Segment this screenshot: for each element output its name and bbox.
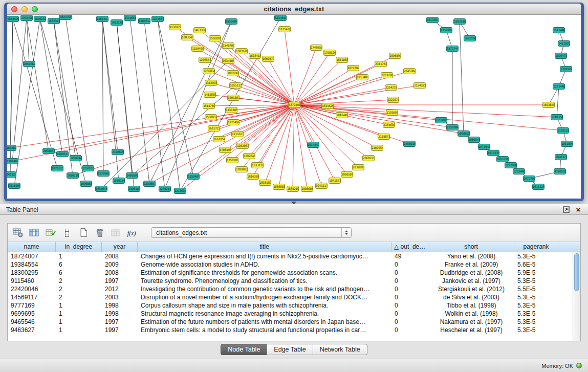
graph-node[interactable]: 16316264 bbox=[321, 103, 334, 109]
graph-node[interactable]: 16131286 bbox=[532, 184, 545, 190]
graph-node[interactable]: 18852197 bbox=[287, 186, 299, 192]
network-canvas[interactable]: 1872400791369771083541211504990120657461… bbox=[7, 15, 581, 199]
graph-node[interactable]: 19715710 bbox=[329, 178, 341, 184]
graph-node[interactable]: 21507842 bbox=[446, 124, 459, 130]
table-row[interactable]: 911546021997Tourette syndrome. Phenomeno… bbox=[8, 277, 573, 285]
graph-node[interactable]: 18163388 bbox=[247, 173, 259, 180]
row-height-icon[interactable] bbox=[61, 227, 73, 238]
graph-node[interactable]: 22832961 bbox=[381, 72, 393, 78]
graph-node[interactable]: 22108809 bbox=[435, 117, 447, 123]
graph-node[interactable]: 18133046 bbox=[426, 17, 439, 23]
graph-node[interactable]: 10411298 bbox=[7, 171, 16, 178]
graph-node[interactable]: 15467009 bbox=[222, 42, 234, 49]
graph-node[interactable]: 18517190 bbox=[496, 156, 509, 162]
graph-node[interactable]: 20453842 bbox=[403, 68, 416, 74]
graph-node[interactable]: 13904718 bbox=[555, 53, 567, 59]
graph-node[interactable]: 16402321 bbox=[34, 16, 46, 22]
graph-node[interactable]: 17486508 bbox=[310, 45, 322, 51]
graph-node[interactable]: 10835412 bbox=[181, 34, 193, 40]
table-source-dropdown[interactable]: citations_edges.txt bbox=[151, 227, 352, 238]
graph-node[interactable]: 22542183 bbox=[385, 84, 397, 91]
graph-node[interactable]: 11254309 bbox=[278, 26, 291, 32]
column-header[interactable]: title bbox=[138, 242, 391, 252]
graph-node[interactable]: 21079545 bbox=[371, 145, 383, 151]
graph-node[interactable]: 11311062 bbox=[225, 107, 237, 113]
graph-node[interactable]: 12714468 bbox=[553, 83, 565, 90]
graph-node[interactable]: 17024981 bbox=[20, 15, 33, 21]
graph-node[interactable]: 18727077 bbox=[347, 65, 359, 71]
graph-node[interactable]: 19905131 bbox=[56, 151, 69, 157]
graph-node[interactable]: 13129931 bbox=[205, 80, 217, 86]
graph-node[interactable]: 17505101 bbox=[82, 165, 94, 171]
graph-node[interactable]: 15823471 bbox=[48, 18, 60, 24]
minimize-window-button[interactable] bbox=[21, 6, 28, 12]
column-header[interactable]: in_degree bbox=[56, 242, 102, 252]
graph-node[interactable]: 12928487 bbox=[243, 153, 255, 159]
graph-node[interactable]: 8553604 bbox=[225, 18, 237, 25]
graph-node[interactable]: 17081983 bbox=[219, 147, 231, 153]
graph-node[interactable]: 12215570 bbox=[151, 16, 164, 22]
table-row[interactable]: 946554611997Estimation of the future num… bbox=[8, 318, 573, 326]
graph-node[interactable]: 21206950 bbox=[112, 149, 124, 155]
table-row[interactable]: 1456911722003Disruption of a novel membe… bbox=[8, 293, 573, 301]
graph-node[interactable]: 16693779 bbox=[262, 56, 274, 62]
table-row[interactable]: 2242004622012Investigating the contribut… bbox=[8, 285, 573, 293]
graph-node[interactable]: 10913070 bbox=[227, 95, 239, 101]
graph-node[interactable]: 14021890 bbox=[111, 19, 123, 26]
window-titlebar[interactable]: citations_edges.txt bbox=[7, 4, 581, 15]
graph-node[interactable]: 17529972 bbox=[440, 27, 452, 33]
graph-node[interactable]: 13901075 bbox=[128, 186, 140, 192]
graph-node[interactable]: 19134866 bbox=[356, 74, 368, 80]
table-row[interactable]: 946362711997Embryonic stem cells: a mode… bbox=[8, 326, 573, 334]
graph-node[interactable]: 18724007 bbox=[288, 102, 300, 108]
graph-node[interactable]: 9815006 bbox=[8, 183, 20, 189]
graph-node[interactable]: 21543210 bbox=[413, 82, 426, 89]
edit-table-icon[interactable] bbox=[45, 227, 57, 238]
graph-node[interactable]: 12668349 bbox=[203, 68, 215, 74]
graph-node[interactable]: 14633668 bbox=[193, 27, 206, 33]
graph-node[interactable]: 15876793 bbox=[235, 48, 248, 54]
graph-node[interactable]: 13416518 bbox=[124, 15, 136, 21]
graph-node[interactable]: 17920885 bbox=[505, 162, 517, 168]
graph-node[interactable]: 17903295 bbox=[323, 50, 336, 56]
tab-network-table[interactable]: Network Table bbox=[313, 344, 367, 355]
graph-node[interactable]: 16727933 bbox=[523, 176, 535, 182]
graph-node[interactable]: 12116230 bbox=[231, 131, 244, 137]
column-visibility-icon[interactable] bbox=[28, 227, 40, 238]
graph-node[interactable]: 12816125 bbox=[138, 18, 150, 24]
graph-node[interactable]: 18310682 bbox=[336, 57, 348, 63]
graph-node[interactable]: 20516620 bbox=[23, 61, 35, 67]
graph-node[interactable]: 15717441 bbox=[446, 46, 459, 52]
graph-node[interactable]: 10022415 bbox=[227, 70, 239, 76]
graph-node[interactable]: 9136977 bbox=[169, 24, 181, 30]
graph-node[interactable]: 16157278 bbox=[208, 125, 220, 132]
graph-node[interactable]: 9720561 bbox=[554, 168, 566, 174]
graph-node[interactable]: 20309419 bbox=[468, 137, 480, 143]
graph-node[interactable]: 10903278 bbox=[555, 154, 567, 160]
graph-node[interactable]: 15101342 bbox=[113, 178, 125, 184]
graph-node[interactable]: 16926103 bbox=[453, 18, 466, 25]
graph-node[interactable]: 18381890 bbox=[259, 180, 271, 186]
graph-node[interactable]: 19145490 bbox=[307, 142, 319, 148]
graph-node[interactable]: 12520618 bbox=[236, 143, 249, 149]
table-row[interactable]: 1830029562008Estimation of significance … bbox=[8, 269, 573, 277]
graph-node[interactable]: 11714999 bbox=[227, 119, 239, 125]
column-header[interactable]: △ out_de… bbox=[391, 242, 428, 252]
graph-node[interactable]: 15147509 bbox=[203, 103, 215, 109]
graph-node[interactable]: 21358714 bbox=[378, 134, 390, 140]
graph-node[interactable]: 16905530 bbox=[80, 181, 92, 187]
graph-node[interactable]: 21926974 bbox=[386, 110, 398, 116]
function-builder-icon[interactable]: f(x) bbox=[126, 227, 139, 238]
graph-node[interactable]: 15689372 bbox=[205, 114, 217, 120]
graph-node[interactable]: 20609871 bbox=[42, 148, 55, 154]
graph-node[interactable]: 18346999 bbox=[7, 16, 19, 22]
scrollbar-thumb[interactable] bbox=[574, 253, 579, 291]
graph-node[interactable]: 10310942 bbox=[561, 141, 573, 147]
graph-node[interactable]: 19112381 bbox=[487, 150, 499, 156]
tab-edge-table[interactable]: Edge Table bbox=[267, 344, 313, 355]
column-header[interactable]: year bbox=[102, 242, 138, 252]
graph-node[interactable]: 11014091 bbox=[7, 158, 18, 164]
graph-node[interactable]: 14614471 bbox=[96, 16, 108, 22]
close-panel-icon[interactable]: × bbox=[575, 206, 582, 213]
table-row[interactable]: 1872400712008Changes of HCN gene express… bbox=[8, 252, 573, 260]
